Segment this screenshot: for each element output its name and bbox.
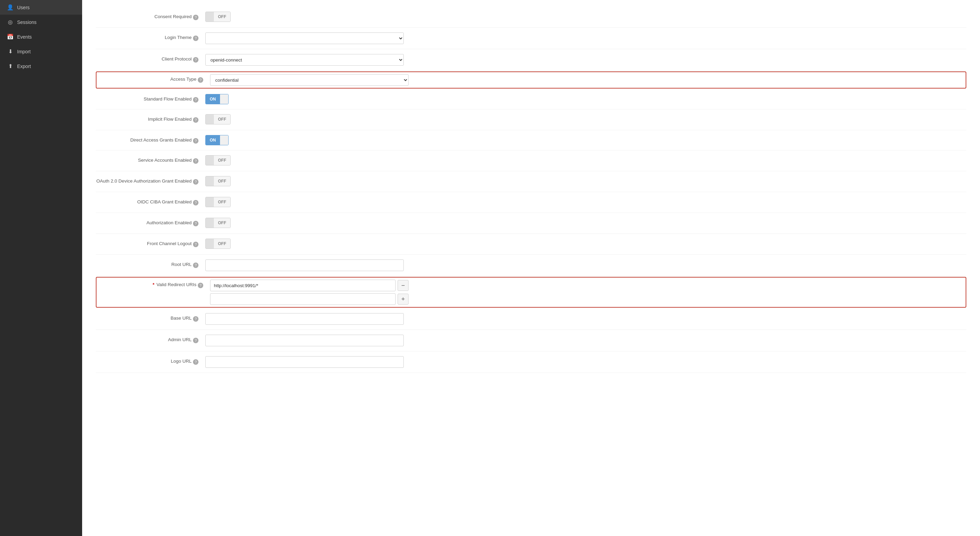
direct-access-help-icon[interactable]: ? bbox=[193, 138, 199, 144]
sidebar-item-sessions[interactable]: ◎ Sessions bbox=[0, 15, 82, 29]
valid-redirect-control: − + bbox=[210, 280, 409, 305]
service-accounts-label: Service Accounts Enabled ? bbox=[96, 155, 205, 164]
sidebar-item-export[interactable]: ⬆ Export bbox=[0, 59, 82, 73]
consent-required-toggle[interactable]: OFF bbox=[205, 12, 231, 22]
direct-access-toggle[interactable]: ON bbox=[205, 135, 229, 145]
standard-flow-label: Standard Flow Enabled ? bbox=[96, 94, 205, 103]
access-type-help-icon[interactable]: ? bbox=[198, 77, 203, 83]
sidebar-item-import[interactable]: ⬇ Import bbox=[0, 44, 82, 59]
oauth-device-label: OAuth 2.0 Device Authorization Grant Ena… bbox=[96, 176, 205, 185]
service-accounts-control: OFF bbox=[205, 155, 404, 166]
users-icon: 👤 bbox=[7, 4, 14, 11]
service-accounts-toggle[interactable]: OFF bbox=[205, 155, 231, 165]
logo-url-label: Logo URL ? bbox=[96, 356, 205, 365]
redirect-row-1: − bbox=[210, 280, 409, 291]
root-url-help-icon[interactable]: ? bbox=[193, 263, 199, 268]
implicit-flow-toggle[interactable]: OFF bbox=[205, 114, 231, 124]
oauth-device-row: OAuth 2.0 Device Authorization Grant Ena… bbox=[96, 171, 966, 192]
client-protocol-label: Client Protocol ? bbox=[96, 54, 205, 63]
sidebar: 👤 Users ◎ Sessions 📅 Events ⬇ Import ⬆ E… bbox=[0, 0, 82, 536]
authorization-off-label: OFF bbox=[214, 218, 230, 228]
authorization-toggle[interactable]: OFF bbox=[205, 218, 231, 228]
base-url-help-icon[interactable]: ? bbox=[193, 316, 199, 322]
sidebar-item-users[interactable]: 👤 Users bbox=[0, 0, 82, 15]
consent-toggle-off-label: OFF bbox=[214, 12, 230, 22]
add-redirect-button[interactable]: + bbox=[398, 293, 409, 304]
front-channel-help-icon[interactable]: ? bbox=[193, 242, 199, 247]
valid-redirect-help-icon[interactable]: ? bbox=[198, 283, 203, 288]
consent-required-label: Consent Required ? bbox=[96, 12, 205, 20]
oauth-device-toggle[interactable]: OFF bbox=[205, 176, 231, 186]
implicit-flow-row: Implicit Flow Enabled ? OFF bbox=[96, 109, 966, 130]
consent-required-help-icon[interactable]: ? bbox=[193, 15, 199, 20]
direct-access-control: ON bbox=[205, 135, 404, 145]
standard-flow-control: ON bbox=[205, 94, 404, 104]
front-channel-off-label: OFF bbox=[214, 239, 230, 249]
remove-redirect-button[interactable]: − bbox=[398, 280, 409, 291]
oauth-device-help-icon[interactable]: ? bbox=[193, 179, 199, 185]
implicit-flow-slider bbox=[206, 114, 214, 124]
client-protocol-help-icon[interactable]: ? bbox=[193, 57, 199, 63]
front-channel-toggle[interactable]: OFF bbox=[205, 239, 231, 249]
service-accounts-off-label: OFF bbox=[214, 155, 230, 165]
root-url-input[interactable] bbox=[205, 260, 404, 271]
service-accounts-help-icon[interactable]: ? bbox=[193, 158, 199, 164]
login-theme-control: keycloak bbox=[205, 32, 404, 44]
consent-required-row: Consent Required ? OFF bbox=[96, 7, 966, 28]
authorization-help-icon[interactable]: ? bbox=[193, 221, 199, 226]
front-channel-control: OFF bbox=[205, 239, 404, 249]
client-protocol-select[interactable]: openid-connect saml bbox=[205, 54, 404, 66]
implicit-flow-help-icon[interactable]: ? bbox=[193, 117, 199, 123]
sessions-icon: ◎ bbox=[7, 19, 14, 25]
sidebar-item-events[interactable]: 📅 Events bbox=[0, 29, 82, 44]
export-icon: ⬆ bbox=[7, 63, 14, 70]
admin-url-input[interactable] bbox=[205, 335, 404, 346]
login-theme-row: Login Theme ? keycloak bbox=[96, 28, 966, 49]
client-protocol-control: openid-connect saml bbox=[205, 54, 404, 66]
oidc-ciba-control: OFF bbox=[205, 197, 404, 208]
access-type-label: Access Type ? bbox=[100, 74, 210, 83]
direct-access-slider bbox=[220, 135, 228, 145]
base-url-row: Base URL ? bbox=[96, 308, 966, 330]
logo-url-input[interactable] bbox=[205, 356, 404, 368]
oauth-device-control: OFF bbox=[205, 176, 404, 187]
redirect-row-2: + bbox=[210, 293, 409, 305]
authorization-label: Authorization Enabled ? bbox=[96, 218, 205, 226]
login-theme-help-icon[interactable]: ? bbox=[193, 36, 199, 41]
login-theme-select[interactable]: keycloak bbox=[205, 32, 404, 44]
base-url-control bbox=[205, 313, 404, 325]
admin-url-help-icon[interactable]: ? bbox=[193, 338, 199, 343]
access-type-select[interactable]: public confidential bearer-only bbox=[210, 74, 409, 86]
implicit-flow-control: OFF bbox=[205, 114, 404, 125]
oidc-ciba-label: OIDC CIBA Grant Enabled ? bbox=[96, 197, 205, 205]
authorization-slider bbox=[206, 218, 214, 228]
implicit-flow-off-label: OFF bbox=[214, 114, 230, 124]
standard-flow-row: Standard Flow Enabled ? ON bbox=[96, 89, 966, 109]
authorization-control: OFF bbox=[205, 218, 404, 229]
base-url-input[interactable] bbox=[205, 313, 404, 325]
standard-flow-slider bbox=[220, 94, 228, 104]
front-channel-row: Front Channel Logout ? OFF bbox=[96, 234, 966, 255]
logo-url-help-icon[interactable]: ? bbox=[193, 359, 199, 365]
required-star: * bbox=[153, 282, 154, 287]
authorization-row: Authorization Enabled ? OFF bbox=[96, 213, 966, 234]
standard-flow-help-icon[interactable]: ? bbox=[193, 97, 199, 103]
standard-flow-on-label: ON bbox=[206, 94, 220, 104]
import-icon: ⬇ bbox=[7, 48, 14, 55]
admin-url-control bbox=[205, 335, 404, 346]
standard-flow-toggle[interactable]: ON bbox=[205, 94, 229, 104]
redirect-uri-2-input[interactable] bbox=[210, 293, 396, 305]
access-type-row: Access Type ? public confidential bearer… bbox=[96, 71, 966, 89]
client-protocol-row: Client Protocol ? openid-connect saml bbox=[96, 49, 966, 71]
root-url-row: Root URL ? bbox=[96, 255, 966, 276]
access-type-control: public confidential bearer-only bbox=[210, 74, 409, 86]
oidc-ciba-toggle[interactable]: OFF bbox=[205, 197, 231, 207]
oauth-device-off-label: OFF bbox=[214, 176, 230, 186]
root-url-label: Root URL ? bbox=[96, 260, 205, 268]
events-icon: 📅 bbox=[7, 33, 14, 40]
direct-access-on-label: ON bbox=[206, 135, 220, 145]
base-url-label: Base URL ? bbox=[96, 313, 205, 322]
valid-redirect-label: * Valid Redirect URIs ? bbox=[100, 280, 210, 288]
oidc-ciba-help-icon[interactable]: ? bbox=[193, 200, 199, 205]
redirect-uri-1-input[interactable] bbox=[210, 280, 396, 291]
